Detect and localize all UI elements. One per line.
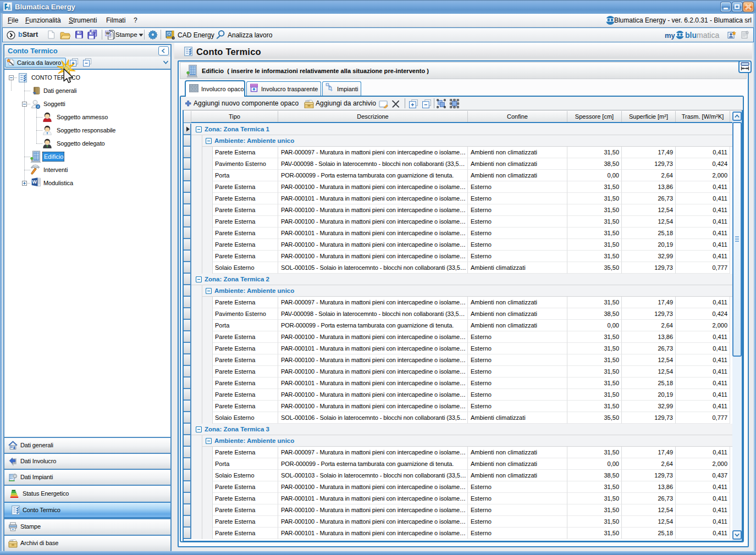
svg-text:W: W xyxy=(106,31,110,36)
svg-text:W: W xyxy=(32,179,37,185)
